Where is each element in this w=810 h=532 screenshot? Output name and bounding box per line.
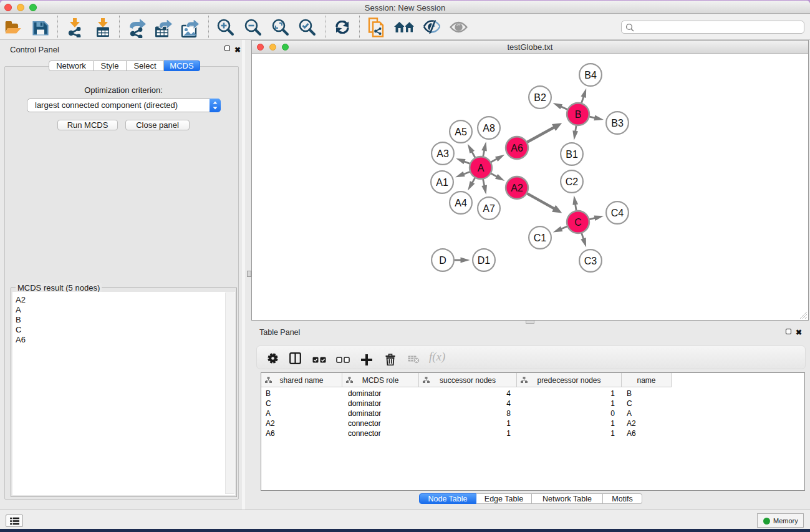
svg-text:B2: B2	[534, 92, 546, 103]
svg-text:A5: A5	[455, 127, 467, 137]
svg-text:D1: D1	[478, 255, 491, 266]
svg-text:A4: A4	[455, 198, 467, 208]
svg-text:A2: A2	[511, 183, 523, 193]
svg-text:C4: C4	[611, 208, 624, 218]
svg-text:C2: C2	[566, 177, 579, 187]
svg-text:A6: A6	[511, 143, 523, 153]
svg-text:A7: A7	[483, 203, 495, 214]
svg-text:B4: B4	[584, 70, 597, 80]
svg-text:C: C	[574, 217, 582, 228]
svg-text:A1: A1	[436, 177, 448, 188]
svg-text:B: B	[575, 109, 582, 120]
svg-text:C1: C1	[534, 233, 547, 243]
svg-text:C3: C3	[584, 256, 597, 266]
svg-text:B1: B1	[566, 149, 578, 160]
svg-text:A: A	[478, 163, 485, 173]
svg-text:B3: B3	[611, 118, 624, 128]
svg-text:D: D	[439, 255, 446, 266]
svg-text:A8: A8	[483, 123, 495, 133]
svg-text:A3: A3	[436, 148, 449, 159]
